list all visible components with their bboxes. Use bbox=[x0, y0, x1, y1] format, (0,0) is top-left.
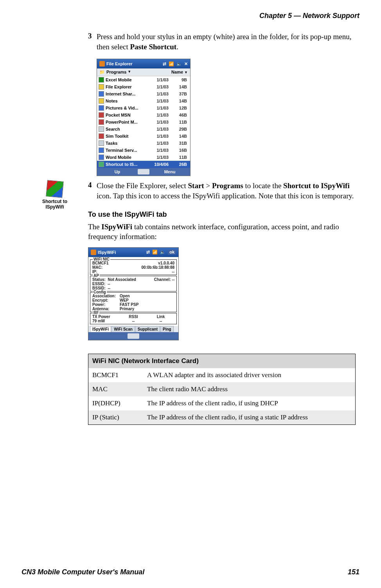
section-desc: The ISpyWiFi tab contains network interf… bbox=[88, 222, 356, 242]
file-row[interactable]: Pictures & Vid...1/1/0312B bbox=[97, 104, 190, 111]
file-row[interactable]: Sim Toolkit1/1/0314B bbox=[97, 133, 190, 140]
file-icon bbox=[99, 147, 104, 153]
step4-c: icon. Tap this icon to access the ISpyWi… bbox=[97, 192, 354, 200]
start-flag-icon bbox=[91, 250, 96, 255]
keyboard-icon[interactable] bbox=[128, 333, 139, 339]
file-name: Terminal Serv... bbox=[106, 148, 147, 153]
file-icon bbox=[99, 98, 104, 104]
connectivity-icon: ⇄ bbox=[146, 250, 150, 255]
file-row[interactable]: Tasks1/1/0331B bbox=[97, 140, 190, 147]
file-size: 12B bbox=[169, 106, 189, 110]
file-row[interactable]: File Explorer1/1/0314B bbox=[97, 83, 190, 90]
keyboard-icon[interactable] bbox=[138, 169, 149, 174]
file-size: 16B bbox=[169, 148, 189, 153]
panel-config: Config Association:Open Encrypt:WEP Powe… bbox=[90, 292, 177, 312]
shortcut-label: Shortcut to ISpyWifi bbox=[37, 199, 72, 210]
file-list: Excel Mobile1/1/039BFile Explorer1/1/031… bbox=[97, 76, 190, 161]
cfg-ant-v: Primary bbox=[120, 307, 134, 311]
rf-txp-v: 79 mW bbox=[92, 319, 120, 323]
file-name: Excel Mobile bbox=[106, 77, 147, 82]
file-row[interactable]: Notes1/1/0314B bbox=[97, 97, 190, 104]
file-size: 14B bbox=[169, 99, 189, 103]
file-size: 9B bbox=[169, 77, 189, 82]
file-row[interactable]: Word Mobile1/1/0311B bbox=[97, 154, 190, 161]
step4-b: to locate the bbox=[243, 182, 283, 190]
file-name: Internet Shar... bbox=[106, 92, 147, 96]
close-icon: ✕ bbox=[184, 61, 188, 67]
file-row[interactable]: Search1/1/0329B bbox=[97, 126, 190, 133]
cfg-pwr-v: FAST PSP bbox=[120, 302, 138, 307]
file-name: Pictures & Vid... bbox=[106, 106, 147, 110]
file-name: PowerPoint M... bbox=[106, 120, 147, 124]
nic-mac-v: 00:0b:6b:18:88:88 bbox=[142, 265, 174, 270]
cfg-assoc-v: Open bbox=[120, 294, 130, 298]
nic-version: v1.0.0.40 bbox=[158, 261, 174, 265]
file-row[interactable]: Terminal Serv...1/1/0316B bbox=[97, 147, 190, 154]
folder-icon: 📁 bbox=[99, 70, 105, 75]
table-key: IP (Static) bbox=[88, 410, 144, 425]
file-row[interactable]: PowerPoint M...1/1/0311B bbox=[97, 119, 190, 126]
cfg-pwr-k: Power: bbox=[92, 302, 120, 307]
location-bar: 📁 Programs▼ Name▼ bbox=[97, 68, 190, 76]
file-date: 1/1/03 bbox=[147, 141, 169, 146]
file-icon bbox=[99, 119, 104, 125]
file-name: Shortcut to IS... bbox=[106, 162, 147, 167]
rf-txp-k: TX Power bbox=[92, 315, 120, 319]
file-date: 1/1/03 bbox=[147, 155, 169, 160]
file-size: 26B bbox=[169, 162, 189, 167]
file-size: 11B bbox=[169, 120, 189, 124]
tab-ping[interactable]: Ping bbox=[160, 326, 174, 332]
file-explorer-screenshot: File Explorer ⇄ 📶 🔈 ✕ 📁 Programs▼ Name▼ … bbox=[97, 59, 190, 176]
file-icon bbox=[99, 155, 104, 160]
file-icon bbox=[99, 112, 104, 118]
cfg-enc-k: Encrypt: bbox=[92, 298, 120, 302]
panel-wifi-nic: WiFi NIC BCMCF1v1.0.0.40 MAC:00:0b:6b:18… bbox=[90, 259, 177, 275]
table-header: WiFi NIC (Network Interface Card) bbox=[88, 354, 356, 368]
section-heading: To use the ISpyWiFi tab bbox=[88, 210, 356, 219]
file-name: Notes bbox=[106, 99, 147, 103]
titlebar-title: ISpyWiFi bbox=[98, 250, 116, 255]
tab-bar: ISpyWiFiWiFi ScanSupplicantPing bbox=[88, 326, 178, 332]
file-name: File Explorer bbox=[106, 85, 147, 89]
chevron-down-icon: ▼ bbox=[184, 70, 188, 74]
signal-icon: 📶 bbox=[169, 61, 174, 67]
chapter-header: Chapter 5 — Network Support bbox=[22, 12, 359, 20]
file-row-selected: Shortcut to IS... 10/4/06 26B bbox=[97, 161, 190, 168]
file-date: 1/1/03 bbox=[147, 148, 169, 153]
tab-wifi-scan[interactable]: WiFi Scan bbox=[111, 326, 135, 332]
titlebar: ISpyWiFi ⇄ 📶 🔈 ok bbox=[88, 248, 178, 257]
table-key: IP(DHCP) bbox=[88, 396, 144, 410]
step4-a: Close the File Explorer, select bbox=[97, 182, 188, 190]
file-size: 31B bbox=[169, 141, 189, 146]
panel-ap: AP Status: Not AssociatedChannel: -- ESS… bbox=[90, 276, 177, 291]
connectivity-icon: ⇄ bbox=[163, 61, 166, 67]
start-flag-icon bbox=[99, 61, 105, 67]
file-date: 1/1/03 bbox=[147, 113, 169, 117]
desc-a: The bbox=[88, 223, 101, 231]
softkey-menu[interactable]: Menu bbox=[149, 169, 190, 174]
file-row[interactable]: Pocket MSN1/1/0346B bbox=[97, 111, 190, 119]
step3-text-c: . bbox=[176, 43, 178, 51]
ok-button[interactable]: ok bbox=[168, 250, 176, 255]
table-key: BCMCF1 bbox=[88, 368, 144, 382]
file-size: 37B bbox=[169, 92, 189, 96]
tab-supplicant[interactable]: Supplicant bbox=[135, 326, 160, 332]
location-text: Programs bbox=[106, 70, 126, 75]
tab-ispywifi[interactable]: ISpyWiFi bbox=[90, 326, 111, 332]
table-row: IP (Static)The IP address of the client … bbox=[88, 410, 356, 425]
file-row[interactable]: Internet Shar...1/1/0337B bbox=[97, 90, 190, 97]
file-icon bbox=[99, 133, 104, 139]
file-icon bbox=[99, 84, 104, 90]
ispywifi-shortcut-icon bbox=[46, 180, 64, 198]
file-icon bbox=[99, 77, 104, 83]
file-row[interactable]: Excel Mobile1/1/039B bbox=[97, 76, 190, 83]
softkey-bar bbox=[88, 332, 178, 340]
ap-essid: ESSID: -- bbox=[92, 282, 110, 286]
file-date: 1/1/03 bbox=[147, 85, 169, 89]
softkey-up[interactable]: Up bbox=[97, 169, 138, 174]
step-number: 3 bbox=[88, 32, 97, 52]
file-size: 29B bbox=[169, 127, 189, 131]
step4-gt: > bbox=[204, 182, 212, 190]
file-icon bbox=[99, 91, 104, 97]
file-size: 14B bbox=[169, 85, 189, 89]
